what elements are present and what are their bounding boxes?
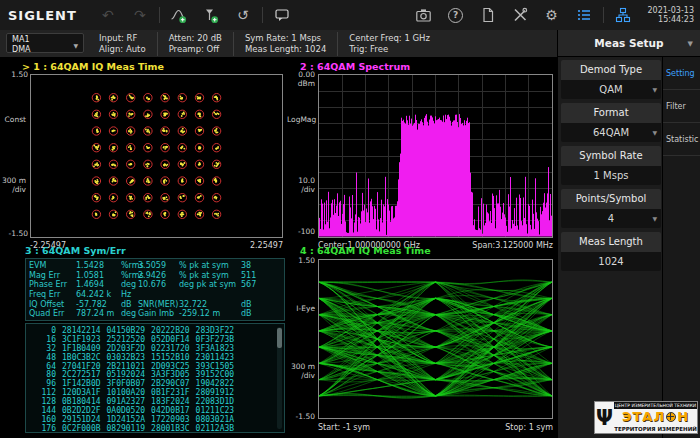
watermark-bottom-text: ТЕРРИТОРИЯ ИЗМЕРЕНИЙ [614, 425, 697, 433]
metric-cell: 10.676 [138, 280, 179, 290]
watermark-main-right: Н [677, 409, 689, 425]
constellation-plot[interactable] [30, 74, 283, 238]
scrollbar[interactable] [277, 327, 282, 429]
date-label: 2021-03-13 [648, 6, 695, 15]
network-icon[interactable] [614, 6, 632, 24]
hex-row: 321F1B04092D203F2D022317203F3A1823 [29, 344, 284, 353]
watermark-main-text: ЭТАЛН [614, 409, 697, 425]
undo-icon[interactable]: ↶ [99, 6, 117, 24]
metric-cell: 32.722 [179, 300, 241, 310]
metric-cell: %rms [121, 261, 138, 271]
panel1-title: > 1 : 64QAM IQ Meas Time [22, 61, 164, 72]
task-list-icon[interactable] [575, 6, 593, 24]
p2-y-unit: dBm [287, 79, 315, 88]
metric-cell: dB [121, 300, 138, 310]
p4-y-bottom: -1.50 [287, 412, 315, 421]
tab-statistic[interactable]: Statistic [663, 123, 700, 156]
tab-label: Setting [666, 69, 695, 78]
hex-group: 29151D24 [62, 415, 101, 424]
hex-group: 0B2D2D2F [62, 406, 101, 415]
tools-icon[interactable] [511, 6, 529, 24]
metric-cell: 64.242 k [76, 290, 121, 300]
metric-cell: % pk at sym [179, 271, 241, 281]
status-groups: Input: RFAlign: AutoAtten: 20 dBPreamp: … [88, 32, 441, 56]
hex-offset: 176 [29, 424, 56, 433]
p2-y-label: LogMag [287, 115, 315, 124]
p1-x-right: 2.25497 [223, 241, 283, 250]
toolbar-separator [262, 7, 263, 23]
hex-row: 16029151D241D24152A172209030803021A [29, 415, 284, 424]
channel-line2: DMA [12, 45, 31, 54]
redo-icon[interactable]: ↷ [131, 6, 149, 24]
history-icon[interactable]: ↺ [234, 6, 252, 24]
tab-filter[interactable]: Filter [663, 90, 700, 123]
hex-group: 22083D1D [196, 397, 235, 406]
menu-header[interactable]: Meas Setup ▼ [557, 30, 700, 57]
hex-group: 3C1F1923 [62, 335, 101, 344]
menu-item-value: 4▼ [561, 209, 661, 228]
hex-row: 802C272517051920243A3F3D0539152C00 [29, 370, 284, 379]
menu-item-label: Format [561, 103, 661, 123]
auto-tune-icon[interactable] [170, 6, 188, 24]
metric-cell: 38 [241, 261, 282, 271]
hex-group: 17220903 [151, 415, 190, 424]
menu-item-value: QAM▼ [561, 80, 661, 99]
metric-cell: deg [121, 309, 138, 319]
hex-group: 3F3A1823 [196, 344, 235, 353]
hex-group: 19042822 [196, 379, 235, 388]
hex-group: 15152B10 [151, 353, 190, 362]
hex-group: 04150B29 [107, 326, 146, 335]
globe-icon [666, 412, 676, 422]
p2-y-top: 0.00 [287, 70, 315, 79]
menu-item-label: Meas Length [561, 232, 661, 252]
annotation-icon[interactable] [273, 6, 291, 24]
metric-row: EVM1.5428%rms3.5059% pk at sym38 [29, 261, 282, 271]
menu-item-format[interactable]: Format64QAM▼ [561, 103, 661, 142]
add-marker-icon[interactable] [202, 6, 220, 24]
menu-item-value-text: 4 [608, 213, 614, 224]
hex-group: 393C1505 [196, 362, 235, 371]
status-group-0: Input: RFAlign: Auto [88, 32, 157, 56]
menu-item-value-text: QAM [599, 84, 622, 95]
hex-group: 1F1B0409 [62, 344, 101, 353]
hex-offset: 32 [29, 344, 56, 353]
tab-setting[interactable]: Setting [663, 57, 700, 90]
screenshot-icon[interactable] [415, 6, 433, 24]
hex-row: 112120D3A1F10100A200B1F231F28091912 [29, 388, 284, 397]
eye-diagram-plot[interactable] [318, 259, 553, 419]
p1-y-bottom: -1.50 [0, 229, 28, 238]
p4-x-left: Start: -1 sym [318, 423, 370, 432]
channel-selector[interactable]: MA1 DMA ▼ [6, 33, 84, 53]
help-icon[interactable]: ? [447, 6, 465, 24]
settings-gear-icon[interactable]: ⚙ [543, 6, 561, 24]
hex-group: 283D3F22 [196, 326, 235, 335]
metric-cell: dB [241, 309, 282, 319]
time-label: 15:44:23 [658, 15, 694, 24]
chevron-down-icon: ▼ [652, 123, 657, 142]
hex-group: 120D3A1F [62, 388, 101, 397]
menu-item-points-symbol[interactable]: Points/Symbol4▼ [561, 189, 661, 228]
menu-item-symbol-rate[interactable]: Symbol Rate1 Msps [561, 146, 661, 185]
menu-item-demod-type[interactable]: Demod TypeQAM▼ [561, 60, 661, 99]
menu-item-label: Demod Type [561, 60, 661, 80]
file-icon[interactable] [479, 6, 497, 24]
metric-row: Phase Err1.4694deg10.676deg pk at sym567 [29, 280, 282, 290]
metric-cell: IQ Offset [29, 300, 76, 310]
p2-y-bottom: -100 [287, 227, 315, 236]
p4-y-top: 1.50 [287, 256, 315, 265]
panel3-title: 3 : 64QAM Sym/Err [25, 245, 126, 256]
status-group-3: Center Freq: 1 GHzTrig: Free [337, 32, 441, 56]
tab-label: Filter [666, 102, 686, 111]
hex-group: 3A3F3D05 [151, 370, 190, 379]
error-metrics-table: EVM1.5428%rms3.5059% pk at sym38Mag Err1… [25, 258, 285, 321]
metric-row: IQ Offset-57.782dBSNR(MER)32.722dB [29, 300, 282, 310]
hex-group: 03032B23 [107, 353, 146, 362]
menu-item-meas-length[interactable]: Meas Length1024 [561, 232, 661, 271]
p4-y-label: I-Eye [287, 304, 315, 313]
hex-offset: 96 [29, 379, 56, 388]
symbol-hex-table[interactable]: 02814221404150B2920222B20283D3F22163C1F1… [25, 323, 285, 433]
hex-group: 0B1F231F [151, 388, 190, 397]
scrollbar-thumb[interactable] [277, 328, 282, 348]
etalon-logo-icon: Ψ [595, 401, 614, 434]
spectrum-plot[interactable] [318, 74, 553, 238]
